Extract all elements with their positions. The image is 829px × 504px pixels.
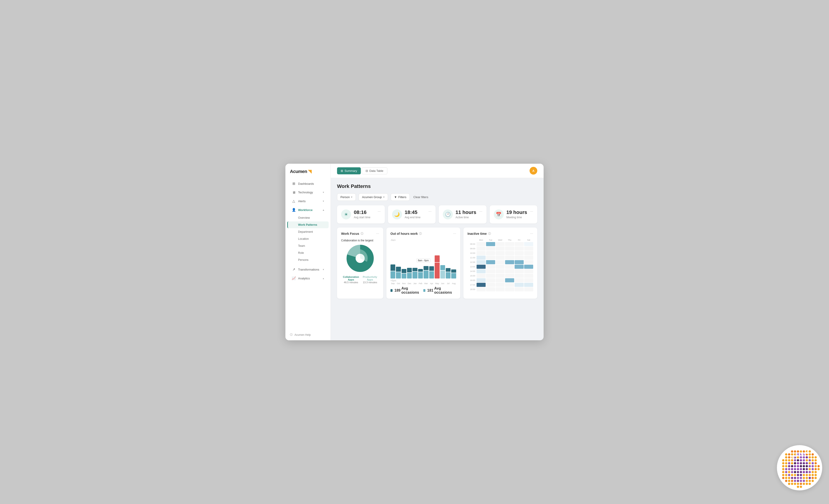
ooh-bottom-label: +6pm bbox=[391, 279, 456, 282]
tab-data-table[interactable]: ⊟ Data Table bbox=[362, 167, 387, 175]
metric-card-avg-start: ☀ 08:16 Avg start time ··· bbox=[337, 205, 385, 224]
page-title: Work Patterns bbox=[337, 183, 537, 189]
tab-summary[interactable]: ⊞ Summary bbox=[337, 167, 361, 175]
dashboards-icon: ⊞ bbox=[292, 182, 296, 186]
bottom-panels: Work Focus ⓘ ··· Collaboration is the la… bbox=[337, 228, 537, 299]
metric-card-avg-end: 🌙 18:45 Avg end time ··· bbox=[388, 205, 436, 224]
prod-legend-value: 13.3 minutes bbox=[361, 281, 379, 284]
app-logo: Acumen ◥ bbox=[285, 164, 330, 178]
sidebar-item-technology[interactable]: 🖥 Technology ▾ bbox=[287, 188, 329, 197]
pie-chart bbox=[347, 245, 374, 272]
inactive-time-title: Inactive time bbox=[468, 232, 487, 235]
out-of-hours-title: Out of hours work bbox=[391, 232, 418, 235]
calendar-icon: 📅 bbox=[494, 209, 504, 220]
chevron-down-icon: ▾ bbox=[323, 200, 324, 203]
main-content: ⊞ Summary ⊟ Data Table A Work Patterns P… bbox=[331, 164, 544, 340]
filters-row: Person ▾ Acumen Group ▾ ▼ Filters Clear … bbox=[337, 193, 537, 201]
summary-icon: ⊞ bbox=[341, 169, 343, 172]
out-of-hours-chart: -8am 8am - 6pm +6pm SepOctNovDecJanFebMa… bbox=[391, 239, 456, 284]
sidebar-item-dashboards-label: Dashboards bbox=[298, 182, 314, 186]
chevron-up-icon: ▴ bbox=[323, 208, 324, 211]
clear-filters-button[interactable]: Clear filters bbox=[412, 194, 429, 200]
more-options-icon[interactable]: ··· bbox=[376, 232, 379, 236]
user-avatar[interactable]: A bbox=[530, 167, 537, 175]
chevron-down-icon: ▾ bbox=[351, 196, 353, 199]
logo-text: Acumen bbox=[290, 169, 307, 174]
ooh-month-labels: SepOctNovDecJanFebMarAprMayJunJulAug bbox=[391, 282, 456, 284]
chevron-down-icon: ▾ bbox=[323, 191, 324, 194]
sidebar-item-technology-label: Technology bbox=[298, 191, 313, 194]
sidebar-subitem-work-patterns[interactable]: Work Patterns bbox=[287, 222, 329, 228]
collab-legend-label: Collaboration Apps bbox=[341, 276, 361, 281]
sidebar-nav: ⊞ Dashboards 🖥 Technology ▾ △ Alerts ▾ 👤… bbox=[285, 178, 330, 329]
out-of-hours-footer: 189 Avg occasions 181 Avg occasions bbox=[391, 286, 456, 295]
sidebar-item-workforce-label: Workforce bbox=[298, 208, 313, 212]
sidebar-subitem-team[interactable]: Team bbox=[287, 242, 329, 249]
info-icon: ⓘ bbox=[419, 232, 422, 236]
pie-chart-container bbox=[341, 245, 379, 272]
sidebar-item-alerts-label: Alerts bbox=[298, 199, 305, 203]
ooh-after-stat: 181 Avg occasions bbox=[423, 286, 456, 295]
more-options-icon[interactable]: ··· bbox=[377, 209, 381, 214]
meeting-time-value: 19 hours bbox=[506, 209, 530, 215]
help-label: Acumen Help bbox=[294, 333, 311, 337]
work-focus-subtitle: Collaboration is the largest bbox=[341, 239, 379, 242]
moon-icon: 🌙 bbox=[392, 209, 402, 220]
work-focus-panel: Work Focus ⓘ ··· Collaboration is the la… bbox=[337, 228, 383, 299]
sidebar-subitem-department[interactable]: Department bbox=[287, 228, 329, 235]
prod-legend-label: Productivity Apps bbox=[361, 276, 379, 281]
technology-icon: 🖥 bbox=[292, 190, 296, 194]
metric-card-meeting-time: 📅 19 hours Meeting time ··· bbox=[490, 205, 538, 224]
sidebar-item-analytics-label: Analytics bbox=[298, 277, 310, 280]
sidebar-item-dashboards[interactable]: ⊞ Dashboards bbox=[287, 179, 329, 188]
more-options-icon[interactable]: ··· bbox=[479, 209, 482, 214]
sidebar: Acumen ◥ ⊞ Dashboards 🖥 Technology ▾ △ A… bbox=[285, 164, 331, 340]
chevron-down-icon: ▴ bbox=[323, 277, 324, 280]
ooh-top-label: -8am bbox=[391, 239, 456, 241]
sidebar-item-analytics[interactable]: 📈 Analytics ▴ bbox=[287, 274, 329, 282]
sidebar-item-transformations[interactable]: ↗ Transformations ▾ bbox=[287, 265, 329, 274]
data-table-icon: ⊟ bbox=[366, 169, 368, 172]
group-filter-label: Acumen Group bbox=[362, 195, 382, 199]
more-options-icon[interactable]: ··· bbox=[429, 209, 431, 214]
group-filter[interactable]: Acumen Group ▾ bbox=[359, 193, 388, 201]
sidebar-subitem-location[interactable]: Location bbox=[287, 235, 329, 242]
tab-buttons: ⊞ Summary ⊟ Data Table bbox=[337, 167, 387, 175]
transformations-icon: ↗ bbox=[292, 267, 296, 271]
sidebar-subitem-persons[interactable]: Persons bbox=[287, 257, 329, 263]
sidebar-item-alerts[interactable]: △ Alerts ▾ bbox=[287, 197, 329, 205]
top-bar-right: A bbox=[530, 167, 537, 175]
chevron-down-icon: ▾ bbox=[323, 268, 324, 271]
sidebar-item-workforce[interactable]: 👤 Workforce ▴ bbox=[287, 205, 329, 214]
ooh-center-label: 8am - 6pm bbox=[416, 259, 430, 262]
more-options-icon[interactable]: ··· bbox=[530, 232, 533, 236]
tab-data-table-label: Data Table bbox=[369, 169, 384, 172]
sidebar-item-transformations-label: Transformations bbox=[298, 268, 319, 271]
collab-legend-value: 46.5 minutes bbox=[341, 281, 361, 284]
info-icon: ⓘ bbox=[361, 232, 363, 236]
meeting-time-label: Meeting time bbox=[506, 216, 530, 219]
clock-icon: 🕐 bbox=[443, 209, 453, 220]
active-time-label: Active time bbox=[456, 216, 479, 219]
active-time-value: 11 hours bbox=[456, 209, 479, 215]
top-bar: ⊞ Summary ⊟ Data Table A bbox=[331, 164, 544, 178]
sidebar-subitem-overview[interactable]: Overview bbox=[287, 215, 329, 221]
inactive-time-panel: Inactive time ⓘ ··· MonTueWedThuFriSat08… bbox=[463, 228, 537, 299]
more-options-icon[interactable]: ··· bbox=[453, 232, 456, 236]
metric-card-active-time: 🕐 11 hours Active time ··· bbox=[439, 205, 486, 224]
sidebar-subitem-role[interactable]: Role bbox=[287, 249, 329, 256]
person-filter[interactable]: Person ▾ bbox=[337, 193, 356, 201]
avg-end-value: 18:45 bbox=[405, 209, 429, 215]
help-link[interactable]: ⓘ Acumen Help bbox=[285, 329, 330, 340]
chevron-down-icon: ▾ bbox=[383, 196, 385, 199]
inactive-time-heatmap: MonTueWedThuFriSat08:0009:0010:0011:0012… bbox=[468, 239, 533, 292]
filters-label: Filters bbox=[398, 195, 406, 199]
metric-cards: ☀ 08:16 Avg start time ··· 🌙 18:45 bbox=[337, 205, 537, 224]
satisfied-badge: Satisfied bbox=[777, 445, 822, 491]
more-options-icon[interactable]: ··· bbox=[530, 209, 533, 214]
filters-button[interactable]: ▼ Filters bbox=[391, 193, 410, 201]
ooh-before-stat: 189 Avg occasions bbox=[391, 286, 423, 295]
sun-icon: ☀ bbox=[341, 209, 351, 220]
logo-mark: ◥ bbox=[308, 169, 312, 174]
workforce-icon: 👤 bbox=[292, 208, 296, 212]
